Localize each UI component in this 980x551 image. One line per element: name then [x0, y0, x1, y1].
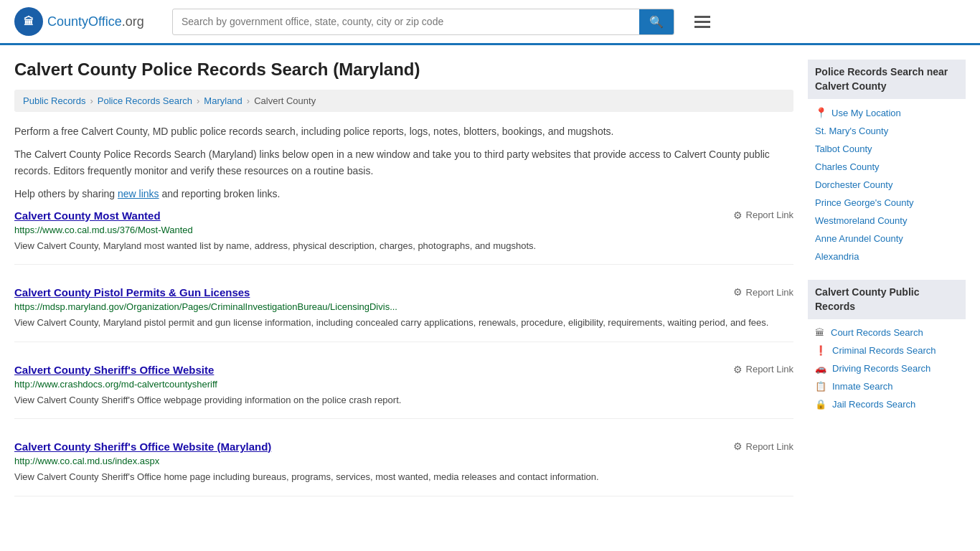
public-record-item-2: 🚗 Driving Records Search: [808, 359, 966, 377]
description-para2: The Calvert County Police Records Search…: [14, 146, 793, 179]
logo-icon: 🏛: [14, 7, 43, 36]
public-record-link-2[interactable]: Driving Records Search: [832, 363, 930, 374]
report-icon-4: ⚙: [733, 441, 743, 452]
nearby-link-6[interactable]: Anne Arundel County: [808, 230, 966, 248]
logo-text: CountyOffice.org: [47, 14, 144, 29]
report-link-4[interactable]: ⚙ Report Link: [733, 441, 793, 452]
public-record-item-0: 🏛 Court Records Search: [808, 324, 966, 342]
sidebar-public-records-title: Calvert County Public Records: [808, 280, 966, 319]
search-bar: 🔍: [172, 9, 674, 35]
report-link-2[interactable]: ⚙ Report Link: [733, 286, 793, 298]
public-record-icon-3: 📋: [815, 381, 826, 392]
report-label-2: Report Link: [746, 287, 793, 298]
nearby-link-7[interactable]: Alexandria: [808, 248, 966, 265]
main-container: Calvert County Police Records Search (Ma…: [0, 45, 980, 532]
public-record-link-4[interactable]: Jail Records Search: [832, 399, 915, 410]
result-header-1: Calvert County Most Wanted ⚙ Report Link: [14, 209, 793, 222]
breadcrumb-maryland[interactable]: Maryland: [204, 95, 242, 106]
logo-area: 🏛 CountyOffice.org: [14, 7, 158, 36]
results-list: Calvert County Most Wanted ⚙ Report Link…: [14, 209, 793, 496]
use-my-location-link[interactable]: 📍 Use My Location: [808, 103, 966, 122]
result-title-3[interactable]: Calvert County Sheriff's Office Website: [14, 364, 214, 376]
result-title-1[interactable]: Calvert County Most Wanted: [14, 209, 161, 222]
location-pin-icon: 📍: [815, 107, 827, 118]
report-label-3: Report Link: [746, 364, 793, 375]
result-title-2[interactable]: Calvert County Pistol Permits & Gun Lice…: [14, 286, 250, 298]
result-item-3: Calvert County Sheriff's Office Website …: [14, 364, 793, 420]
public-record-link-1[interactable]: Criminal Records Search: [832, 345, 936, 356]
logo-suffix: .org: [122, 14, 144, 29]
breadcrumb-police-records[interactable]: Police Records Search: [98, 95, 192, 106]
public-records-links: 🏛 Court Records Search ❗ Criminal Record…: [808, 324, 966, 413]
breadcrumb-sep-2: ›: [197, 95, 199, 106]
search-button[interactable]: 🔍: [639, 9, 674, 34]
report-label-1: Report Link: [746, 209, 793, 220]
result-header-4: Calvert County Sheriff's Office Website …: [14, 441, 793, 453]
nearby-link-0[interactable]: St. Mary's County: [808, 122, 966, 140]
nearby-link-2[interactable]: Charles County: [808, 158, 966, 176]
breadcrumb-public-records[interactable]: Public Records: [23, 95, 85, 106]
public-record-icon-0: 🏛: [815, 327, 825, 338]
nearby-link-3[interactable]: Dorchester County: [808, 176, 966, 194]
public-record-icon-2: 🚗: [815, 363, 826, 374]
sidebar-nearby-title: Police Records Search near Calvert Count…: [808, 60, 966, 99]
logo-name: CountyOffice: [47, 14, 122, 29]
description-para1: Perform a free Calvert County, MD public…: [14, 123, 793, 139]
sidebar: Police Records Search near Calvert Count…: [808, 60, 966, 518]
report-icon-2: ⚙: [733, 286, 743, 298]
new-links-link[interactable]: new links: [118, 188, 159, 199]
public-record-link-3[interactable]: Inmate Search: [832, 381, 893, 392]
content-area: Calvert County Police Records Search (Ma…: [14, 60, 793, 518]
nearby-links: St. Mary's CountyTalbot CountyCharles Co…: [808, 122, 966, 265]
result-title-4[interactable]: Calvert County Sheriff's Office Website …: [14, 441, 271, 453]
result-url-2[interactable]: https://mdsp.maryland.gov/Organization/P…: [14, 301, 793, 312]
result-url-1[interactable]: https://www.co.cal.md.us/376/Most-Wanted: [14, 225, 793, 235]
page-title: Calvert County Police Records Search (Ma…: [14, 60, 793, 80]
header: 🏛 CountyOffice.org 🔍: [0, 0, 980, 45]
report-icon-1: ⚙: [733, 209, 743, 221]
report-label-4: Report Link: [746, 441, 793, 452]
result-url-3[interactable]: http://www.crashdocs.org/md-calvertcount…: [14, 379, 793, 390]
sidebar-nearby-section: Police Records Search near Calvert Count…: [808, 60, 966, 265]
result-desc-3: View Calvert County Sheriff's Office web…: [14, 393, 793, 408]
breadcrumb: Public Records › Police Records Search ›…: [14, 90, 793, 112]
result-url-4[interactable]: http://www.co.cal.md.us/index.aspx: [14, 456, 793, 466]
search-icon: 🔍: [649, 16, 664, 28]
result-desc-2: View Calvert County, Maryland pistol per…: [14, 316, 793, 330]
report-link-1[interactable]: ⚙ Report Link: [733, 209, 793, 221]
description-para3: Help others by sharing new links and rep…: [14, 186, 793, 202]
public-record-icon-1: ❗: [815, 345, 826, 356]
use-location-label: Use My Location: [831, 108, 901, 118]
breadcrumb-current: Calvert County: [254, 95, 316, 106]
nearby-link-1[interactable]: Talbot County: [808, 140, 966, 158]
svg-text:🏛: 🏛: [24, 15, 34, 27]
search-input[interactable]: [173, 10, 639, 33]
public-record-item-1: ❗ Criminal Records Search: [808, 342, 966, 359]
result-item-2: Calvert County Pistol Permits & Gun Lice…: [14, 286, 793, 342]
result-item-4: Calvert County Sheriff's Office Website …: [14, 441, 793, 496]
result-header-2: Calvert County Pistol Permits & Gun Lice…: [14, 286, 793, 298]
breadcrumb-sep-3: ›: [247, 95, 250, 106]
sidebar-public-records-section: Calvert County Public Records 🏛 Court Re…: [808, 280, 966, 413]
public-record-item-4: 🔒 Jail Records Search: [808, 395, 966, 413]
result-header-3: Calvert County Sheriff's Office Website …: [14, 364, 793, 376]
menu-line-2: [694, 21, 710, 23]
menu-button[interactable]: [689, 13, 716, 31]
breadcrumb-sep-1: ›: [90, 95, 93, 106]
public-record-item-3: 📋 Inmate Search: [808, 377, 966, 395]
result-item-1: Calvert County Most Wanted ⚙ Report Link…: [14, 209, 793, 265]
nearby-link-4[interactable]: Prince George's County: [808, 194, 966, 212]
menu-line-3: [694, 26, 710, 28]
report-link-3[interactable]: ⚙ Report Link: [733, 364, 793, 375]
menu-line-1: [694, 16, 710, 18]
nearby-link-5[interactable]: Westmoreland County: [808, 212, 966, 230]
public-record-icon-4: 🔒: [815, 399, 826, 410]
result-desc-1: View Calvert County, Maryland most wante…: [14, 239, 793, 253]
report-icon-3: ⚙: [733, 364, 743, 375]
public-record-link-0[interactable]: Court Records Search: [831, 327, 923, 338]
result-desc-4: View Calvert County Sheriff's Office hom…: [14, 470, 793, 484]
